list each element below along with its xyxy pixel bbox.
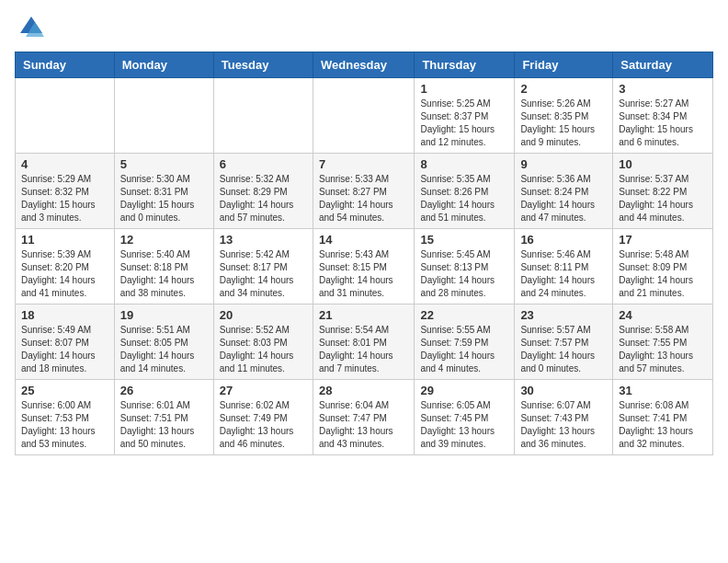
day-info: Sunrise: 5:33 AM Sunset: 8:27 PM Dayligh… (319, 173, 408, 224)
day-number: 17 (619, 233, 707, 247)
calendar-week-row: 4Sunrise: 5:29 AM Sunset: 8:32 PM Daylig… (16, 154, 713, 229)
calendar-day-cell: 5Sunrise: 5:30 AM Sunset: 8:31 PM Daylig… (114, 154, 213, 229)
calendar-header-row: SundayMondayTuesdayWednesdayThursdayFrid… (16, 52, 713, 78)
day-number: 23 (520, 308, 607, 322)
day-info: Sunrise: 6:04 AM Sunset: 7:47 PM Dayligh… (319, 399, 408, 451)
day-info: Sunrise: 5:49 AM Sunset: 8:07 PM Dayligh… (21, 324, 108, 375)
day-info: Sunrise: 6:00 AM Sunset: 7:53 PM Dayligh… (21, 399, 108, 451)
day-number: 15 (420, 233, 508, 247)
calendar-day-cell: 14Sunrise: 5:43 AM Sunset: 8:15 PM Dayli… (313, 229, 414, 304)
day-number: 18 (21, 308, 108, 322)
day-number: 3 (619, 82, 707, 96)
calendar-day-cell: 15Sunrise: 5:45 AM Sunset: 8:13 PM Dayli… (415, 229, 515, 304)
day-number: 13 (220, 233, 307, 247)
calendar-day-cell: 31Sunrise: 6:08 AM Sunset: 7:41 PM Dayli… (613, 380, 713, 455)
day-of-week-header: Monday (114, 52, 213, 78)
calendar-day-cell (16, 78, 115, 154)
day-number: 27 (220, 384, 307, 397)
calendar-day-cell: 23Sunrise: 5:57 AM Sunset: 7:57 PM Dayli… (515, 304, 613, 380)
day-info: Sunrise: 5:48 AM Sunset: 8:09 PM Dayligh… (619, 248, 707, 300)
calendar-day-cell: 1Sunrise: 5:25 AM Sunset: 8:37 PM Daylig… (415, 78, 515, 154)
day-number: 7 (319, 157, 408, 171)
calendar-week-row: 1Sunrise: 5:25 AM Sunset: 8:37 PM Daylig… (16, 78, 713, 154)
day-info: Sunrise: 5:35 AM Sunset: 8:26 PM Dayligh… (420, 173, 508, 224)
day-info: Sunrise: 5:29 AM Sunset: 8:32 PM Dayligh… (21, 173, 108, 224)
calendar-day-cell: 13Sunrise: 5:42 AM Sunset: 8:17 PM Dayli… (213, 229, 313, 304)
day-info: Sunrise: 5:37 AM Sunset: 8:22 PM Dayligh… (619, 173, 707, 224)
day-number: 20 (220, 308, 307, 322)
day-number: 29 (420, 384, 508, 397)
calendar-day-cell: 18Sunrise: 5:49 AM Sunset: 8:07 PM Dayli… (16, 304, 115, 380)
calendar-day-cell: 6Sunrise: 5:32 AM Sunset: 8:29 PM Daylig… (213, 154, 313, 229)
day-of-week-header: Sunday (16, 52, 115, 78)
day-info: Sunrise: 5:25 AM Sunset: 8:37 PM Dayligh… (420, 98, 508, 149)
day-number: 26 (120, 384, 208, 397)
day-number: 21 (319, 308, 408, 322)
day-info: Sunrise: 5:51 AM Sunset: 8:05 PM Dayligh… (120, 324, 208, 375)
calendar-day-cell: 2Sunrise: 5:26 AM Sunset: 8:35 PM Daylig… (515, 78, 613, 154)
day-info: Sunrise: 5:26 AM Sunset: 8:35 PM Dayligh… (520, 98, 607, 149)
calendar-day-cell (213, 78, 313, 154)
calendar-day-cell: 21Sunrise: 5:54 AM Sunset: 8:01 PM Dayli… (313, 304, 414, 380)
calendar-day-cell (114, 78, 213, 154)
day-info: Sunrise: 5:54 AM Sunset: 8:01 PM Dayligh… (319, 324, 408, 375)
calendar-day-cell: 3Sunrise: 5:27 AM Sunset: 8:34 PM Daylig… (613, 78, 713, 154)
day-of-week-header: Thursday (415, 52, 515, 78)
day-number: 1 (420, 82, 508, 96)
day-number: 16 (520, 233, 607, 247)
calendar-day-cell: 11Sunrise: 5:39 AM Sunset: 8:20 PM Dayli… (16, 229, 115, 304)
calendar-day-cell: 4Sunrise: 5:29 AM Sunset: 8:32 PM Daylig… (16, 154, 115, 229)
day-number: 14 (319, 233, 408, 247)
day-number: 6 (220, 157, 307, 171)
logo-icon (18, 15, 44, 40)
calendar-day-cell: 12Sunrise: 5:40 AM Sunset: 8:18 PM Dayli… (114, 229, 213, 304)
day-number: 8 (420, 157, 508, 171)
day-info: Sunrise: 5:46 AM Sunset: 8:11 PM Dayligh… (520, 248, 607, 300)
calendar-week-row: 11Sunrise: 5:39 AM Sunset: 8:20 PM Dayli… (16, 229, 713, 304)
calendar-day-cell: 9Sunrise: 5:36 AM Sunset: 8:24 PM Daylig… (515, 154, 613, 229)
calendar-day-cell: 20Sunrise: 5:52 AM Sunset: 8:03 PM Dayli… (213, 304, 313, 380)
calendar-week-row: 18Sunrise: 5:49 AM Sunset: 8:07 PM Dayli… (16, 304, 713, 380)
day-info: Sunrise: 5:52 AM Sunset: 8:03 PM Dayligh… (220, 324, 307, 375)
day-number: 24 (619, 308, 707, 322)
day-info: Sunrise: 6:07 AM Sunset: 7:43 PM Dayligh… (520, 399, 607, 451)
calendar-table: SundayMondayTuesdayWednesdayThursdayFrid… (15, 52, 713, 455)
logo (15, 15, 44, 40)
day-number: 2 (520, 82, 607, 96)
day-info: Sunrise: 5:30 AM Sunset: 8:31 PM Dayligh… (120, 173, 208, 224)
day-info: Sunrise: 5:40 AM Sunset: 8:18 PM Dayligh… (120, 248, 208, 300)
day-info: Sunrise: 5:36 AM Sunset: 8:24 PM Dayligh… (520, 173, 607, 224)
calendar-day-cell: 8Sunrise: 5:35 AM Sunset: 8:26 PM Daylig… (415, 154, 515, 229)
day-info: Sunrise: 5:57 AM Sunset: 7:57 PM Dayligh… (520, 324, 607, 375)
day-number: 31 (619, 384, 707, 397)
day-number: 22 (420, 308, 508, 322)
calendar-day-cell: 17Sunrise: 5:48 AM Sunset: 8:09 PM Dayli… (613, 229, 713, 304)
day-number: 4 (21, 157, 108, 171)
calendar-day-cell: 16Sunrise: 5:46 AM Sunset: 8:11 PM Dayli… (515, 229, 613, 304)
calendar-day-cell: 26Sunrise: 6:01 AM Sunset: 7:51 PM Dayli… (114, 380, 213, 455)
day-info: Sunrise: 5:43 AM Sunset: 8:15 PM Dayligh… (319, 248, 408, 300)
day-of-week-header: Tuesday (213, 52, 313, 78)
day-info: Sunrise: 6:08 AM Sunset: 7:41 PM Dayligh… (619, 399, 707, 451)
day-number: 10 (619, 157, 707, 171)
calendar-day-cell: 25Sunrise: 6:00 AM Sunset: 7:53 PM Dayli… (16, 380, 115, 455)
calendar-day-cell (313, 78, 414, 154)
day-number: 19 (120, 308, 208, 322)
calendar-day-cell: 29Sunrise: 6:05 AM Sunset: 7:45 PM Dayli… (415, 380, 515, 455)
calendar-week-row: 25Sunrise: 6:00 AM Sunset: 7:53 PM Dayli… (16, 380, 713, 455)
calendar-day-cell: 24Sunrise: 5:58 AM Sunset: 7:55 PM Dayli… (613, 304, 713, 380)
day-info: Sunrise: 6:01 AM Sunset: 7:51 PM Dayligh… (120, 399, 208, 451)
day-info: Sunrise: 5:55 AM Sunset: 7:59 PM Dayligh… (420, 324, 508, 375)
calendar-day-cell: 22Sunrise: 5:55 AM Sunset: 7:59 PM Dayli… (415, 304, 515, 380)
day-info: Sunrise: 5:39 AM Sunset: 8:20 PM Dayligh… (21, 248, 108, 300)
day-number: 25 (21, 384, 108, 397)
day-number: 30 (520, 384, 607, 397)
calendar-day-cell: 27Sunrise: 6:02 AM Sunset: 7:49 PM Dayli… (213, 380, 313, 455)
day-of-week-header: Saturday (613, 52, 713, 78)
day-number: 5 (120, 157, 208, 171)
day-info: Sunrise: 5:32 AM Sunset: 8:29 PM Dayligh… (220, 173, 307, 224)
calendar-day-cell: 10Sunrise: 5:37 AM Sunset: 8:22 PM Dayli… (613, 154, 713, 229)
page-header (15, 15, 713, 40)
day-info: Sunrise: 6:02 AM Sunset: 7:49 PM Dayligh… (220, 399, 307, 451)
day-info: Sunrise: 5:42 AM Sunset: 8:17 PM Dayligh… (220, 248, 307, 300)
